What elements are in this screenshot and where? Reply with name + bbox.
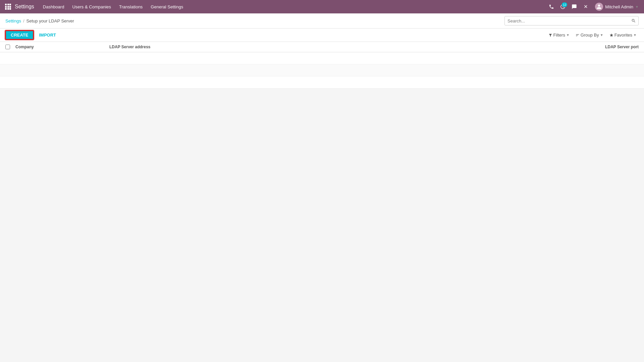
avatar xyxy=(595,3,603,11)
breadcrumb: Settings / Setup your LDAP Server xyxy=(5,18,74,23)
import-button[interactable]: IMPORT xyxy=(36,31,59,39)
svg-rect-0 xyxy=(5,4,7,5)
svg-rect-7 xyxy=(7,8,9,10)
favorites-chevron-icon: ▼ xyxy=(633,33,637,37)
breadcrumb-current: Setup your LDAP Server xyxy=(26,18,74,23)
groupby-chevron-icon: ▼ xyxy=(600,33,603,37)
svg-rect-5 xyxy=(9,6,11,8)
clock-badge: 12 xyxy=(562,2,567,7)
table-row xyxy=(0,76,644,88)
column-ldap-address: LDAP Server address xyxy=(109,45,585,49)
clock-icon[interactable]: 12 xyxy=(558,2,568,11)
search-bar xyxy=(504,16,639,25)
select-all-checkbox[interactable] xyxy=(5,45,10,49)
svg-rect-1 xyxy=(7,4,9,5)
filter-group: Filters ▼ Group By ▼ Favorites ▼ xyxy=(546,32,639,39)
apps-icon[interactable] xyxy=(3,1,13,12)
nav-dashboard[interactable]: Dashboard xyxy=(40,3,68,11)
create-button[interactable]: CREATE xyxy=(5,31,34,40)
column-ldap-port: LDAP Server port xyxy=(585,45,639,49)
svg-rect-3 xyxy=(5,6,7,8)
groupby-button[interactable]: Group By ▼ xyxy=(574,32,605,39)
topbar-nav: Dashboard Users & Companies Translations… xyxy=(40,3,547,11)
search-input[interactable] xyxy=(505,18,629,23)
table-header: Company LDAP Server address LDAP Server … xyxy=(0,42,644,52)
phone-icon[interactable] xyxy=(547,2,556,11)
nav-general-settings[interactable]: General Settings xyxy=(147,3,186,11)
topbar-right: 12 ✕ Mitchell Admin ▼ xyxy=(547,1,641,12)
user-menu[interactable]: Mitchell Admin ▼ xyxy=(592,1,641,12)
nav-users-companies[interactable]: Users & Companies xyxy=(69,3,114,11)
svg-rect-2 xyxy=(9,4,11,5)
table: Company LDAP Server address LDAP Server … xyxy=(0,42,644,88)
filters-button[interactable]: Filters ▼ xyxy=(546,32,572,39)
app-title: Settings xyxy=(15,4,34,10)
column-company: Company xyxy=(15,45,109,49)
chat-icon[interactable] xyxy=(570,2,579,11)
close-icon[interactable]: ✕ xyxy=(581,2,590,11)
toolbar: CREATE IMPORT Filters ▼ Group By ▼ Favor… xyxy=(0,28,644,42)
svg-rect-4 xyxy=(7,6,9,8)
filters-chevron-icon: ▼ xyxy=(566,33,570,37)
select-all-check[interactable] xyxy=(5,45,15,49)
user-name: Mitchell Admin xyxy=(605,4,633,9)
table-row xyxy=(0,64,644,76)
svg-rect-8 xyxy=(9,8,11,10)
table-row xyxy=(0,52,644,64)
action-bar: Settings / Setup your LDAP Server xyxy=(0,13,644,28)
svg-rect-6 xyxy=(5,8,7,10)
user-chevron-icon: ▼ xyxy=(635,5,639,9)
search-icon[interactable] xyxy=(629,16,638,25)
breadcrumb-separator: / xyxy=(23,18,24,23)
nav-translations[interactable]: Translations xyxy=(116,3,146,11)
favorites-button[interactable]: Favorites ▼ xyxy=(607,32,639,39)
breadcrumb-parent[interactable]: Settings xyxy=(5,18,21,23)
topbar: Settings Dashboard Users & Companies Tra… xyxy=(0,0,644,13)
